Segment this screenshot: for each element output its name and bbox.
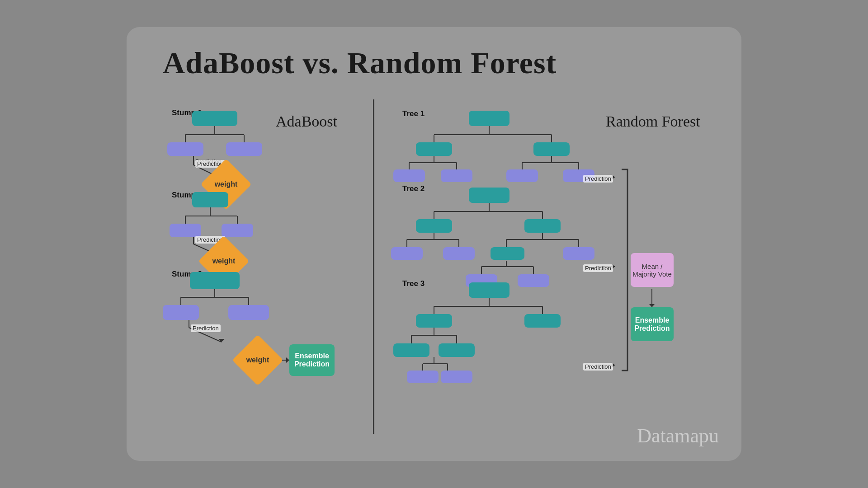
tree2-label: Tree 2 xyxy=(402,184,425,193)
t3-l2-lr xyxy=(439,343,475,357)
t1-l2-ll xyxy=(393,169,425,182)
stump1-child-right xyxy=(226,142,262,156)
mean-majority-vote-box: Mean / Majority Vote xyxy=(631,253,674,287)
t2-root xyxy=(469,188,509,203)
t3-l3-right xyxy=(441,371,472,383)
t2-l2-ll xyxy=(391,247,423,260)
t1-l2-rl xyxy=(506,169,538,182)
t1-l1-left xyxy=(416,142,452,156)
t3-l2-ll xyxy=(393,343,429,357)
datamapu-watermark: Datamapu xyxy=(637,424,719,447)
tree3-label: Tree 3 xyxy=(402,279,425,288)
svg-marker-21 xyxy=(218,339,225,342)
stump2-child-left xyxy=(170,224,201,237)
svg-marker-71 xyxy=(649,304,655,307)
t1-l2-lr xyxy=(441,169,472,182)
t2-l2-rl xyxy=(491,247,524,260)
stump3-child-left xyxy=(163,305,199,320)
t3-root xyxy=(469,282,509,298)
ensemble-prediction-rf: Ensemble Prediction xyxy=(631,307,674,341)
t2-l2-rr xyxy=(563,247,594,260)
stump3-root xyxy=(190,272,240,289)
t3-l1-right xyxy=(524,314,561,328)
t3-l3-left xyxy=(407,371,439,383)
t2-prediction-label: Prediction xyxy=(583,264,613,272)
stump3-child-right xyxy=(228,305,269,320)
t2-l3-right xyxy=(518,274,549,287)
weight3-diamond xyxy=(232,334,283,385)
t3-l1-left xyxy=(416,314,452,328)
svg-marker-23 xyxy=(286,357,289,363)
stump2-root xyxy=(192,192,228,207)
page-title: AdaBoost vs. Random Forest xyxy=(163,45,557,81)
t2-l2-lr xyxy=(443,247,475,260)
stump2-child-right xyxy=(222,224,253,237)
prediction-label-3: Prediction xyxy=(191,324,221,332)
t2-l1-right xyxy=(524,219,561,233)
t3-prediction-label: Prediction xyxy=(583,363,613,371)
t1-prediction-label: Prediction xyxy=(583,175,613,183)
adaboost-label: AdaBoost xyxy=(276,113,337,130)
ensemble-prediction-adaboost: Ensemble Prediction xyxy=(289,344,335,376)
rf-label: Random Forest xyxy=(606,113,700,130)
tree1-label: Tree 1 xyxy=(402,109,425,118)
divider xyxy=(373,99,374,434)
main-card: AdaBoost vs. Random Forest AdaBoost Rand… xyxy=(127,27,741,461)
stump1-root xyxy=(192,111,237,126)
t2-l1-left xyxy=(416,219,452,233)
t1-root xyxy=(469,111,509,126)
stump1-child-left xyxy=(167,142,203,156)
t1-l1-right xyxy=(533,142,570,156)
